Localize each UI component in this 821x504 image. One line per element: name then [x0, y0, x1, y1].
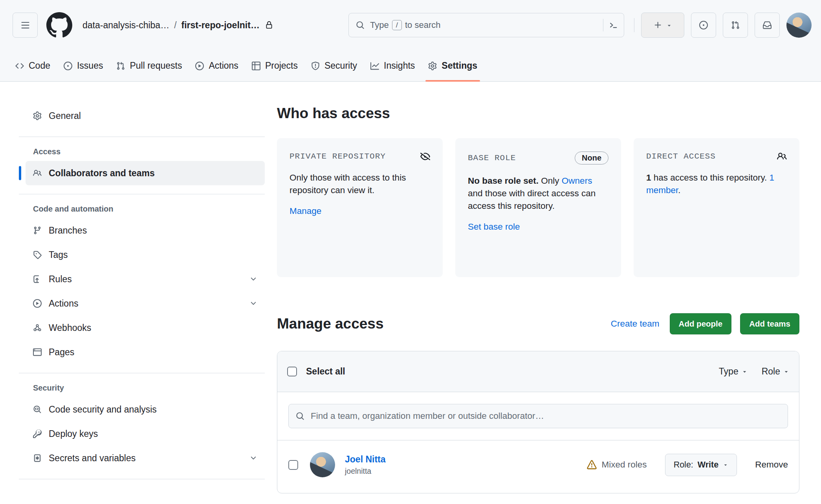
- sidebar-heading-security: Security: [19, 383, 265, 393]
- issues-dashboard-button[interactable]: [691, 13, 716, 38]
- card-body: 1 has access to this repository. 1 membe…: [646, 172, 787, 197]
- card-body: No base role set. Only Owners and those …: [468, 175, 608, 212]
- tab-label: Issues: [77, 60, 103, 71]
- sidebar-item-branches[interactable]: Branches: [26, 218, 265, 243]
- sidebar-item-general[interactable]: General: [26, 104, 265, 128]
- card-title: BASE ROLE: [468, 153, 516, 163]
- tab-code[interactable]: Code: [9, 50, 57, 81]
- gear-icon: [428, 62, 437, 70]
- find-collaborator-input[interactable]: [288, 404, 788, 428]
- tab-settings[interactable]: Settings: [421, 50, 484, 81]
- tab-projects[interactable]: Projects: [245, 50, 304, 81]
- tab-label: Projects: [265, 60, 298, 71]
- collaborator-name-link[interactable]: Joel Nitta: [345, 454, 386, 465]
- manage-access-table: Select all Type Role: [277, 351, 799, 493]
- pull-requests-dashboard-button[interactable]: [723, 13, 748, 38]
- sidebar-heading-access: Access: [19, 147, 265, 156]
- sidebar-item-label: Pages: [49, 347, 74, 358]
- hamburger-menu-button[interactable]: [13, 13, 38, 38]
- add-teams-button[interactable]: Add teams: [740, 313, 799, 334]
- create-team-link[interactable]: Create team: [611, 319, 660, 329]
- search-icon: [296, 412, 304, 420]
- tag-icon: [33, 250, 42, 259]
- sidebar-item-deploy-keys[interactable]: Deploy keys: [26, 422, 265, 446]
- role-filter-label: Role: [762, 366, 780, 377]
- base-role-card: BASE ROLE None No base role set. Only Ow…: [455, 138, 621, 277]
- create-new-button[interactable]: [641, 13, 684, 38]
- collaborator-username: joelnitta: [345, 467, 386, 476]
- triangle-down-icon: [783, 369, 789, 374]
- manage-link[interactable]: Manage: [290, 206, 321, 216]
- sidebar-item-label: Tags: [49, 250, 68, 260]
- user-avatar[interactable]: [786, 13, 812, 38]
- sidebar-item-label: Collaborators and teams: [49, 168, 155, 179]
- role-filter-dropdown[interactable]: Role: [762, 366, 789, 377]
- direct-access-count: 1: [646, 173, 651, 183]
- breadcrumb-org-link[interactable]: data-analysis-chiba…: [82, 20, 169, 31]
- triangle-down-icon: [723, 462, 728, 467]
- sidebar-item-secrets[interactable]: Secrets and variables: [26, 446, 265, 470]
- global-search-input[interactable]: Type / to search: [348, 13, 624, 37]
- sidebar-item-pages[interactable]: Pages: [26, 340, 265, 364]
- header-divider: [634, 18, 634, 32]
- sidebar-item-label: Webhooks: [49, 323, 91, 333]
- browser-icon: [33, 348, 42, 356]
- sidebar-item-actions[interactable]: Actions: [26, 291, 265, 316]
- sidebar-divider: [19, 137, 265, 137]
- owners-link[interactable]: Owners: [562, 176, 592, 186]
- tab-pull-requests[interactable]: Pull requests: [110, 50, 189, 81]
- breadcrumb-separator: /: [174, 20, 176, 31]
- pull-request-icon: [116, 62, 125, 70]
- card-body-text: Only: [539, 176, 562, 186]
- codescan-icon: [33, 405, 42, 414]
- slash-keycap: /: [392, 20, 402, 30]
- card-title: PRIVATE REPOSITORY: [290, 152, 386, 161]
- role-label: Role:: [674, 460, 693, 470]
- play-icon: [33, 299, 42, 308]
- set-base-role-link[interactable]: Set base role: [468, 222, 520, 232]
- type-filter-dropdown[interactable]: Type: [719, 366, 748, 377]
- tab-label: Security: [324, 60, 357, 71]
- issue-icon: [64, 62, 72, 70]
- sidebar-item-label: Actions: [49, 298, 78, 309]
- sidebar-item-webhooks[interactable]: Webhooks: [26, 316, 265, 340]
- lock-icon: [265, 21, 273, 29]
- app-header: data-analysis-chiba… / first-repo-joelni…: [0, 0, 821, 50]
- github-logo[interactable]: [46, 12, 72, 38]
- chevron-down-icon[interactable]: [249, 454, 257, 462]
- sidebar-item-tags[interactable]: Tags: [26, 243, 265, 267]
- tab-actions[interactable]: Actions: [189, 50, 245, 81]
- row-checkbox[interactable]: [288, 460, 298, 470]
- remove-collaborator-link[interactable]: Remove: [755, 460, 788, 470]
- tab-issues[interactable]: Issues: [57, 50, 110, 81]
- sidebar-item-rules[interactable]: Rules: [26, 267, 265, 291]
- sidebar-heading-code-automation: Code and automation: [19, 205, 265, 214]
- command-palette-icon[interactable]: [609, 21, 618, 29]
- rules-icon: [33, 275, 42, 283]
- gear-icon: [33, 111, 42, 120]
- inbox-button[interactable]: [755, 13, 780, 38]
- sidebar-item-code-security[interactable]: Code security and analysis: [26, 397, 265, 422]
- chevron-down-icon[interactable]: [249, 275, 257, 283]
- direct-access-card: DIRECT ACCESS 1 has access to this repos…: [634, 138, 799, 277]
- role-dropdown-button[interactable]: Role: Write: [665, 454, 737, 476]
- add-people-button[interactable]: Add people: [670, 313, 732, 334]
- search-icon: [356, 21, 365, 29]
- card-body-text: and those with direct access can access …: [468, 188, 596, 211]
- card-body-text: has access to this repository.: [651, 173, 770, 183]
- breadcrumb-repo-link[interactable]: first-repo-joelnit…: [181, 20, 260, 31]
- sidebar-item-collaborators[interactable]: Collaborators and teams: [26, 161, 265, 185]
- graph-icon: [370, 62, 379, 70]
- pull-request-icon: [731, 21, 740, 29]
- project-icon: [252, 62, 260, 70]
- select-all-checkbox[interactable]: [287, 367, 297, 376]
- repo-tab-bar: Code Issues Pull requests Actions Projec…: [0, 50, 821, 82]
- tab-security[interactable]: Security: [304, 50, 364, 81]
- access-summary-cards: PRIVATE REPOSITORY Only those with acces…: [277, 138, 799, 277]
- tab-label: Actions: [209, 60, 238, 71]
- chevron-down-icon[interactable]: [249, 299, 257, 307]
- sidebar-item-label: Branches: [49, 225, 87, 236]
- tab-insights[interactable]: Insights: [364, 50, 421, 81]
- collaborator-avatar[interactable]: [310, 452, 335, 477]
- plus-icon: [654, 21, 662, 29]
